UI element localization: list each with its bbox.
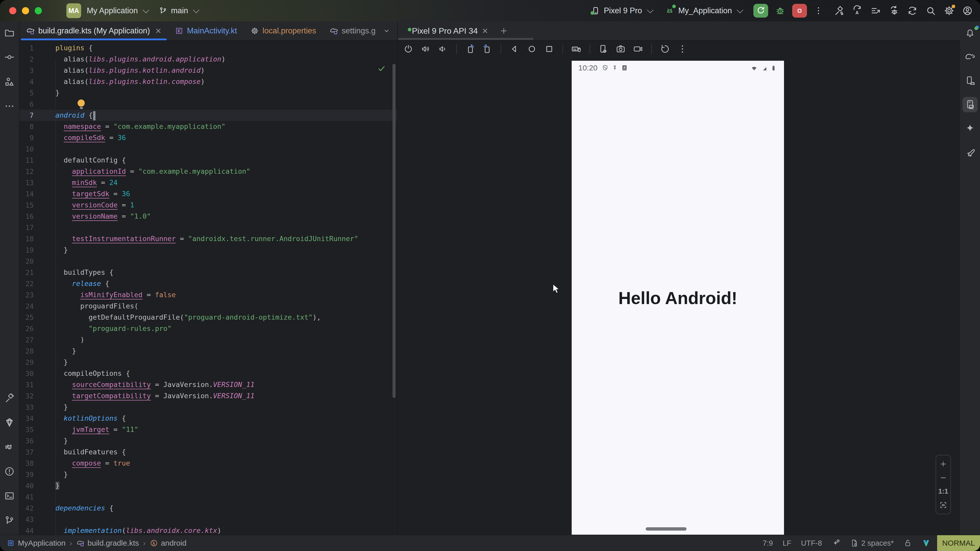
debug-button[interactable]	[775, 5, 786, 16]
code-line-39[interactable]: 39 }	[19, 469, 397, 480]
code-line-2[interactable]: 2 alias(libs.plugins.android.application…	[19, 54, 397, 65]
volume-up-button[interactable]	[421, 44, 431, 54]
code-line-11[interactable]: 11 defaultConfig {	[19, 155, 397, 166]
device-selector[interactable]: Pixel 9 Pro	[591, 6, 652, 15]
chevron-down-icon[interactable]	[382, 27, 391, 35]
editor-scrollbar[interactable]	[393, 64, 396, 398]
code-line-5[interactable]: 5}	[19, 87, 397, 98]
status-lock-open-icon[interactable]	[904, 539, 912, 548]
code-line-23[interactable]: 23 isMinifyEnabled = false	[19, 289, 397, 300]
code-line-4[interactable]: 4 alias(libs.plugins.kotlin.compose)	[19, 76, 397, 87]
volume-down-button[interactable]	[438, 44, 448, 54]
editor-tab-MainActivity.kt[interactable]: MainActivity.kt	[168, 21, 244, 40]
tool-window-problems-icon[interactable]	[2, 464, 17, 479]
rotate-left-button[interactable]	[465, 44, 475, 54]
editor-tab-settings.g[interactable]: settings.g	[323, 21, 382, 40]
more-vertical-button[interactable]	[677, 44, 687, 54]
inspection-ok-icon[interactable]	[377, 64, 387, 73]
run-configuration-selector[interactable]: My_Application	[665, 6, 741, 16]
fit-screen-icon[interactable]	[939, 501, 947, 509]
code-line-25[interactable]: 25 getDefaultProguardFile("proguard-andr…	[19, 312, 397, 323]
code-line-28[interactable]: 28 }	[19, 345, 397, 357]
apply-changes-button[interactable]: A	[852, 5, 862, 16]
code-line-19[interactable]: 19 }	[19, 245, 397, 256]
code-line-16[interactable]: 16 versionName = "1.0"	[19, 211, 397, 222]
tool-window-git-branch-icon[interactable]	[2, 513, 17, 528]
device-tab[interactable]: Pixel 9 Pro API 34 ✕	[408, 26, 488, 36]
code-line-12[interactable]: 12 applicationId = "com.example.myapplic…	[19, 166, 397, 177]
tool-window-logcat-icon[interactable]	[2, 439, 17, 454]
code-line-10[interactable]: 10	[19, 143, 397, 155]
emulator-screen[interactable]: 10:20 A Hello Android!	[572, 61, 784, 535]
tool-window-structure-icon[interactable]	[2, 74, 17, 89]
rotate-right-button[interactable]	[482, 44, 493, 54]
sync-project-button[interactable]	[907, 5, 918, 16]
editor-tab-local.properties[interactable]: local.properties	[244, 21, 323, 40]
code-line-18[interactable]: 18 testInstrumentationRunner = "androidx…	[19, 233, 397, 245]
attach-debugger-button[interactable]	[889, 5, 899, 16]
reset-view-button[interactable]	[660, 44, 670, 54]
settings-button[interactable]	[944, 5, 955, 16]
code-line-17[interactable]: 17	[19, 222, 397, 233]
code-line-8[interactable]: 8 namespace = "com.example.myapplication…	[19, 121, 397, 132]
code-line-37[interactable]: 37 buildFeatures {	[19, 446, 397, 457]
device-settings-button[interactable]	[598, 44, 608, 54]
tool-window-commit-icon[interactable]	[2, 49, 17, 65]
more-vertical-icon[interactable]	[814, 6, 823, 16]
vim-mode-badge[interactable]: NORMAL	[937, 535, 980, 551]
project-selector[interactable]: My Application	[87, 6, 148, 15]
account-button[interactable]	[962, 5, 973, 16]
code-line-32[interactable]: 32 targetCompatibility = JavaVersion.VER…	[19, 390, 397, 402]
zoom-window-button[interactable]	[35, 7, 42, 14]
build-hammer-button[interactable]	[834, 5, 844, 16]
intention-bulb-icon[interactable]	[78, 100, 85, 109]
code-line-26[interactable]: 26 "proguard-rules.pro"	[19, 323, 397, 334]
code-line-34[interactable]: 34 kotlinOptions {	[19, 413, 397, 424]
home-button[interactable]	[527, 44, 537, 54]
tool-window-plane-icon[interactable]	[963, 145, 978, 160]
code-line-22[interactable]: 22 release {	[19, 278, 397, 289]
editor-tab-build.gradle.kts[interactable]: build.gradle.kts (My Application)✕	[19, 21, 168, 40]
code-line-41[interactable]: 41	[19, 491, 397, 503]
code-line-40[interactable]: 40}	[19, 480, 397, 491]
code-line-38[interactable]: 38 compose = true	[19, 457, 397, 469]
profiler-button[interactable]	[870, 5, 881, 16]
code-line-24[interactable]: 24 proguardFiles(	[19, 300, 397, 312]
code-line-35[interactable]: 35 jvmTarget = "11"	[19, 424, 397, 435]
rerun-button[interactable]	[753, 4, 768, 17]
overview-button[interactable]	[544, 44, 554, 54]
code-line-29[interactable]: 29 }	[19, 357, 397, 368]
code-line-21[interactable]: 21 buildTypes {	[19, 267, 397, 278]
stop-button[interactable]	[792, 4, 807, 17]
tool-window-gem-icon[interactable]	[2, 415, 17, 430]
status-UTF-8[interactable]: UTF-8	[801, 539, 822, 548]
code-line-1[interactable]: 1plugins {	[19, 42, 397, 54]
code-line-42[interactable]: 42dependencies {	[19, 503, 397, 514]
tool-window-folder-icon[interactable]	[2, 25, 17, 40]
screen-record-button[interactable]	[633, 44, 643, 54]
code-line-9[interactable]: 9 compileSdk = 36	[19, 132, 397, 143]
navigation-pill[interactable]	[646, 527, 687, 530]
code-line-43[interactable]: 43	[19, 514, 397, 525]
status-2-spaces-[interactable]: 2 spaces*	[850, 539, 894, 548]
code-line-7[interactable]: 7android {	[19, 110, 397, 121]
close-icon[interactable]: ✕	[482, 27, 488, 35]
vcs-branch-selector[interactable]: main	[159, 6, 198, 15]
breadcrumb-MyApplication[interactable]: MyApplication	[6, 539, 65, 548]
code-line-13[interactable]: 13 minSdk = 24	[19, 177, 397, 188]
zoom-in-icon[interactable]	[939, 460, 947, 468]
code-line-6[interactable]: 6	[19, 98, 397, 110]
power-button[interactable]	[403, 44, 414, 54]
status-7-9[interactable]: 7:9	[762, 539, 773, 548]
breadcrumb-build.gradle.kts[interactable]: build.gradle.kts	[76, 539, 139, 548]
tool-window-more-icon[interactable]	[2, 98, 17, 114]
code-editor[interactable]: 1plugins {2 alias(libs.plugins.android.a…	[19, 41, 397, 537]
close-icon[interactable]: ✕	[155, 27, 162, 35]
screenshot-button[interactable]	[616, 44, 626, 54]
code-line-15[interactable]: 15 versionCode = 1	[19, 200, 397, 211]
code-line-27[interactable]: 27 )	[19, 334, 397, 345]
code-line-31[interactable]: 31 sourceCompatibility = JavaVersion.VER…	[19, 379, 397, 390]
status-LF[interactable]: LF	[783, 539, 791, 548]
code-line-20[interactable]: 20	[19, 256, 397, 267]
zoom-out-icon[interactable]	[939, 474, 947, 482]
